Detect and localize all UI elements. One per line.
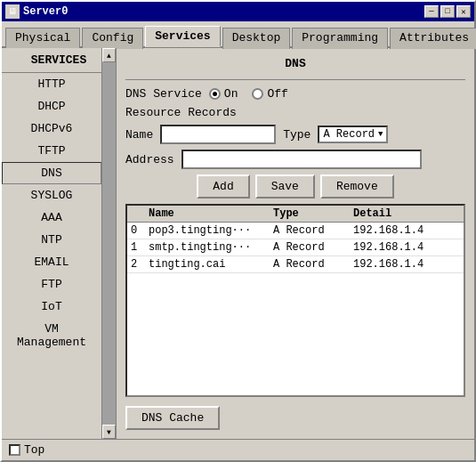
panel-title: DNS bbox=[125, 57, 465, 70]
cell-index-0: 0 bbox=[131, 224, 149, 237]
cell-type-2: A Record bbox=[273, 258, 353, 271]
cell-type-0: A Record bbox=[273, 224, 353, 237]
address-row: Address bbox=[125, 150, 465, 169]
top-label: Top bbox=[24, 443, 44, 457]
tab-services[interactable]: Services bbox=[145, 26, 220, 47]
cell-name-2: tingting.cai bbox=[149, 258, 273, 271]
table-header: Name Type Detail bbox=[127, 206, 464, 223]
tabs-bar: Physical Config Services Desktop Program… bbox=[2, 21, 474, 48]
radio-on-option[interactable]: On bbox=[209, 87, 238, 101]
dropdown-arrow-icon: ▼ bbox=[378, 130, 383, 139]
sidebar-item-dhcp[interactable]: DHCP bbox=[2, 95, 101, 118]
tab-physical[interactable]: Physical bbox=[5, 28, 80, 49]
sidebar-item-syslog[interactable]: SYSLOG bbox=[2, 184, 101, 207]
col-name-header: Name bbox=[149, 207, 273, 220]
name-label: Name bbox=[125, 128, 153, 142]
cell-index-1: 1 bbox=[131, 241, 149, 254]
cell-name-0: pop3.tingting··· bbox=[149, 224, 273, 237]
main-panel: DNS DNS Service On Off Resource Recor bbox=[117, 48, 474, 439]
radio-off-button[interactable] bbox=[252, 88, 263, 100]
add-button[interactable]: Add bbox=[197, 174, 249, 199]
cell-detail-1: 192.168.1.4 bbox=[353, 241, 460, 254]
table-row[interactable]: 2 tingting.cai A Record 192.168.1.4 bbox=[127, 256, 464, 273]
col-type-header: Type bbox=[273, 207, 353, 220]
remove-button[interactable]: Remove bbox=[320, 174, 394, 199]
content-area: SERVICES HTTP DHCP DHCPv6 TFTP DNS SYSLO… bbox=[2, 48, 474, 439]
sidebar-item-email[interactable]: EMAIL bbox=[2, 251, 101, 273]
resource-records-label: Resource Records bbox=[125, 106, 465, 119]
scroll-track bbox=[102, 62, 116, 425]
col-index-header bbox=[131, 207, 149, 220]
title-divider bbox=[125, 79, 465, 80]
name-input[interactable] bbox=[160, 125, 276, 144]
scroll-down-button[interactable]: ▼ bbox=[102, 425, 116, 439]
table-row[interactable]: 0 pop3.tingting··· A Record 192.168.1.4 bbox=[127, 223, 464, 239]
save-button[interactable]: Save bbox=[255, 174, 315, 199]
radio-on-button[interactable] bbox=[209, 88, 221, 100]
sidebar-scrollbar: ▲ ▼ bbox=[101, 48, 116, 439]
cell-name-1: smtp.tingting··· bbox=[149, 241, 273, 254]
sidebar-header: SERVICES bbox=[2, 48, 116, 73]
top-checkbox[interactable] bbox=[9, 444, 20, 456]
sidebar-item-ntp[interactable]: NTP bbox=[2, 229, 101, 251]
title-controls: ─ □ ✕ bbox=[424, 5, 471, 18]
cell-detail-0: 192.168.1.4 bbox=[353, 224, 460, 237]
dns-cache-button[interactable]: DNS Cache bbox=[125, 406, 220, 430]
window-icon: 🖥 bbox=[5, 4, 20, 19]
maximize-button[interactable]: □ bbox=[440, 5, 455, 18]
dns-service-label: DNS Service bbox=[125, 87, 202, 101]
minimize-button[interactable]: ─ bbox=[424, 5, 439, 18]
sidebar-item-ftp[interactable]: FTP bbox=[2, 273, 101, 296]
sidebar-item-vm-management[interactable]: VM Management bbox=[2, 318, 101, 353]
tab-desktop[interactable]: Desktop bbox=[222, 28, 291, 49]
radio-on-label: On bbox=[224, 87, 238, 101]
dns-cache-row: DNS Cache bbox=[125, 406, 465, 430]
cell-detail-2: 192.168.1.4 bbox=[353, 258, 460, 271]
sidebar: SERVICES HTTP DHCP DHCPv6 TFTP DNS SYSLO… bbox=[2, 48, 117, 439]
sidebar-list: HTTP DHCP DHCPv6 TFTP DNS SYSLOG AAA NTP… bbox=[2, 73, 116, 439]
address-input[interactable] bbox=[182, 150, 422, 169]
address-label: Address bbox=[125, 153, 174, 166]
title-bar: 🖥 Server0 ─ □ ✕ bbox=[2, 2, 474, 21]
col-detail-header: Detail bbox=[353, 207, 460, 220]
sidebar-item-tftp[interactable]: TFTP bbox=[2, 140, 101, 162]
type-label: Type bbox=[283, 128, 311, 142]
bottom-bar: Top bbox=[2, 439, 474, 460]
top-checkbox-wrap[interactable]: Top bbox=[9, 443, 44, 457]
sidebar-item-dhcpv6[interactable]: DHCPv6 bbox=[2, 118, 101, 140]
type-select[interactable]: A Record ▼ bbox=[318, 126, 388, 143]
sidebar-item-dns[interactable]: DNS bbox=[2, 162, 101, 184]
tab-programming[interactable]: Programming bbox=[292, 28, 388, 49]
cell-type-1: A Record bbox=[273, 241, 353, 254]
cell-index-2: 2 bbox=[131, 258, 149, 271]
radio-group: On Off bbox=[209, 87, 288, 101]
sidebar-item-iot[interactable]: IoT bbox=[2, 296, 101, 318]
sidebar-item-http[interactable]: HTTP bbox=[2, 73, 101, 95]
tab-attributes[interactable]: Attributes bbox=[390, 28, 476, 49]
type-select-value: A Record bbox=[323, 128, 375, 141]
radio-off-option[interactable]: Off bbox=[252, 87, 287, 101]
table-row[interactable]: 1 smtp.tingting··· A Record 192.168.1.4 bbox=[127, 239, 464, 256]
radio-off-label: Off bbox=[267, 87, 287, 101]
window-title: Server0 bbox=[23, 5, 68, 18]
dns-service-row: DNS Service On Off bbox=[125, 87, 465, 101]
close-button[interactable]: ✕ bbox=[456, 5, 471, 18]
tab-config[interactable]: Config bbox=[82, 28, 143, 49]
scroll-up-button[interactable]: ▲ bbox=[102, 48, 116, 62]
records-table: Name Type Detail 0 pop3.tingting··· A Re… bbox=[125, 204, 465, 397]
name-type-row: Name Type A Record ▼ bbox=[125, 125, 465, 144]
button-row: Add Save Remove bbox=[125, 174, 465, 199]
sidebar-item-aaa[interactable]: AAA bbox=[2, 207, 101, 229]
title-bar-left: 🖥 Server0 bbox=[5, 4, 68, 19]
main-window: 🖥 Server0 ─ □ ✕ Physical Config Services… bbox=[0, 0, 476, 462]
